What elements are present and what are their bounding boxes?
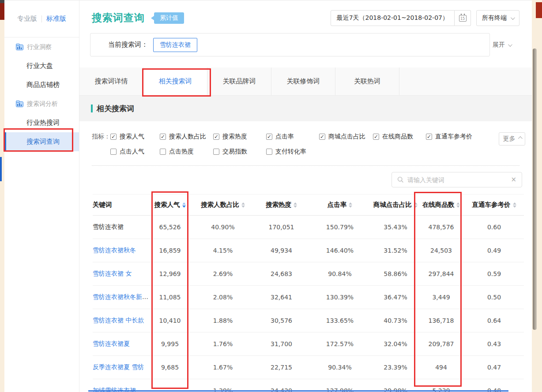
keyword-link[interactable]: 雪纺连衣裙 女 — [93, 270, 132, 277]
cell-mall-click-ratio: 32.04% — [373, 332, 418, 356]
metric-searcher-ratio[interactable]: 搜索人数占比 — [160, 133, 213, 141]
sidebar-item-industry-hot-words[interactable]: 行业热搜词 — [4, 113, 79, 132]
checkbox-checked-icon[interactable] — [426, 134, 432, 140]
cell-search-heat: 49,934 — [256, 239, 307, 262]
chevron-up-icon — [518, 136, 522, 141]
keyword-link[interactable]: 雪纺连衣裙秋冬新款女… — [93, 293, 150, 300]
table-row: 雪纺连衣裙 中长款 10,410 1.88% 30,576 133.65% 40… — [93, 309, 524, 332]
checkbox-checked-icon[interactable] — [373, 134, 379, 140]
tab-standard-version[interactable]: 标准版 — [42, 15, 71, 23]
sidebar-item-product-shop-rank[interactable]: 商品店铺榜 — [4, 75, 79, 94]
current-term-chip[interactable]: 雪纺连衣裙 — [153, 38, 197, 52]
metric-label: 交易指数 — [222, 148, 247, 156]
cell-mall-click-ratio: 58.86% — [373, 262, 418, 286]
checkbox-checked-icon[interactable] — [213, 134, 219, 140]
checkbox-checked-icon[interactable] — [319, 134, 325, 140]
sidebar-group-industry-insight[interactable]: 行业洞察 — [4, 37, 79, 56]
metric-search-heat[interactable]: 搜索热度 — [213, 133, 266, 141]
metric-trade-index[interactable]: 交易指数 — [213, 148, 266, 156]
metric-pay-conversion[interactable]: 支付转化率 — [266, 148, 319, 156]
keyword-link[interactable]: 雪纺连衣裙秋冬 — [93, 246, 136, 254]
col-header-search-popularity[interactable]: 搜索人气 — [150, 194, 190, 216]
sort-icon[interactable] — [414, 202, 418, 208]
checkbox-checked-icon[interactable] — [160, 134, 166, 140]
section-accent-bar — [91, 105, 93, 112]
checkbox-unchecked-icon[interactable] — [110, 149, 117, 155]
top-right-red-block — [536, 2, 542, 18]
section-header: 相关搜索词 — [79, 96, 532, 121]
metric-label: 直通车参考价 — [435, 133, 472, 141]
cell-ztc-price: 0.43 — [464, 332, 524, 356]
cell-online-products: 136,718 — [418, 309, 464, 332]
date-range-selector[interactable]: 最近7天（2018-02-01~2018-02-07） — [331, 10, 455, 26]
col-header-click-rate[interactable]: 点击率 — [307, 194, 373, 216]
keyword-search-input[interactable] — [407, 176, 507, 183]
checkbox-unchecked-icon[interactable] — [213, 149, 219, 155]
calendar-button[interactable]: 15 — [455, 10, 471, 26]
metric-click-popularity[interactable]: 点击人气 — [110, 148, 160, 156]
metric-label: 商城点击占比 — [328, 133, 365, 141]
keyword-link[interactable]: 雪纺连衣裙 中长款 — [93, 317, 144, 324]
col-header-label: 点击率 — [327, 201, 347, 208]
col-header-mall-click-ratio[interactable]: 商城点击占比 — [373, 194, 418, 216]
left-blue-tick — [0, 157, 2, 181]
clear-search-icon[interactable]: × — [511, 176, 516, 183]
app-window: 专业版 标准版 行业洞察 行业大盘 商品店铺榜 — [0, 0, 542, 392]
cell-searcher-ratio: 2.69% — [190, 262, 256, 286]
page-header: 搜索词查询 累计值 最近7天（2018-02-01~2018-02-07） 15… — [79, 0, 532, 66]
metric-label: 点击热度 — [169, 148, 194, 156]
metric-search-popularity[interactable]: 搜索人气 — [110, 133, 160, 141]
keyword-link[interactable]: 反季连衣裙夏 雪纺 — [93, 363, 144, 370]
sidebar-group-search-analysis[interactable]: 搜索词分析 — [4, 94, 79, 113]
tab-related-modifier-words[interactable]: 关联修饰词 — [271, 67, 335, 95]
tab-professional-version[interactable]: 专业版 — [13, 15, 41, 23]
keyword-text: 雪纺连衣裙 — [93, 223, 124, 230]
checkbox-checked-icon[interactable] — [266, 134, 272, 140]
sidebar-nav: 行业洞察 行业大盘 商品店铺榜 搜索词分析 行业热搜词 搜索词查询 — [4, 37, 79, 151]
tab-related-hot-words[interactable]: 关联热词 — [335, 67, 399, 95]
metric-ztc-reference-price[interactable]: 直通车参考价 — [426, 133, 492, 141]
vertical-scrollbar[interactable] — [533, 49, 537, 330]
col-header-search-heat[interactable]: 搜索热度 — [256, 194, 307, 216]
checkbox-checked-icon[interactable] — [110, 134, 117, 140]
sort-icon[interactable] — [294, 202, 297, 208]
metric-click-rate[interactable]: 点击率 — [266, 133, 319, 141]
tab-related-search-words[interactable]: 相关搜索词 — [143, 67, 207, 95]
checkbox-unchecked-icon[interactable] — [160, 149, 166, 155]
metric-mall-click-ratio[interactable]: 商城点击占比 — [319, 133, 373, 141]
sidebar-item-industry-market[interactable]: 行业大盘 — [4, 56, 79, 75]
col-header-online-products[interactable]: 在线商品数 — [418, 194, 464, 216]
bottom-selection-line — [88, 390, 508, 392]
sort-icon[interactable] — [349, 202, 352, 208]
col-header-searcher-ratio[interactable]: 搜索人数占比 — [190, 194, 256, 216]
sort-icon[interactable] — [241, 202, 245, 208]
tab-related-brand-words[interactable]: 关联品牌词 — [207, 67, 271, 95]
metric-label: 支付转化率 — [275, 148, 306, 156]
top-left-red-block — [0, 3, 4, 20]
metric-online-products[interactable]: 在线商品数 — [373, 133, 426, 141]
metric-click-heat[interactable]: 点击热度 — [160, 148, 213, 156]
keyword-link[interactable]: 雪纺连衣裙夏 — [93, 340, 130, 347]
tab-search-word-detail[interactable]: 搜索词详情 — [79, 67, 143, 95]
sort-icon[interactable] — [182, 202, 186, 208]
search-icon — [397, 176, 404, 183]
cell-search-popularity: 65,526 — [150, 216, 190, 239]
sidebar-item-search-word-query[interactable]: 搜索词查询 — [4, 132, 79, 151]
cell-mall-click-ratio: 35.43% — [373, 216, 418, 239]
col-header-label: 搜索人气 — [154, 201, 180, 208]
col-header-ztc-price[interactable]: 直通车参考价 — [464, 194, 524, 216]
cell-mall-click-ratio: 31.52% — [373, 239, 418, 262]
cell-click-rate: 130.39% — [307, 286, 373, 309]
terminal-dropdown[interactable]: 所有终端 — [476, 10, 519, 26]
chart-folder-icon — [16, 101, 23, 107]
sort-icon[interactable] — [513, 202, 516, 208]
cell-searcher-ratio: 1.67% — [190, 356, 256, 379]
sort-icon[interactable] — [456, 202, 460, 208]
header-controls: 最近7天（2018-02-01~2018-02-07） 15 所有终端 — [331, 10, 519, 26]
more-metrics-button[interactable]: 更多 — [499, 132, 525, 146]
left-edge-strip — [0, 0, 4, 392]
expand-toggle[interactable]: 展开 — [493, 41, 511, 49]
col-header-label: 搜索人数占比 — [201, 201, 239, 208]
checkbox-unchecked-icon[interactable] — [266, 149, 272, 155]
metric-label: 点击率 — [275, 133, 294, 141]
